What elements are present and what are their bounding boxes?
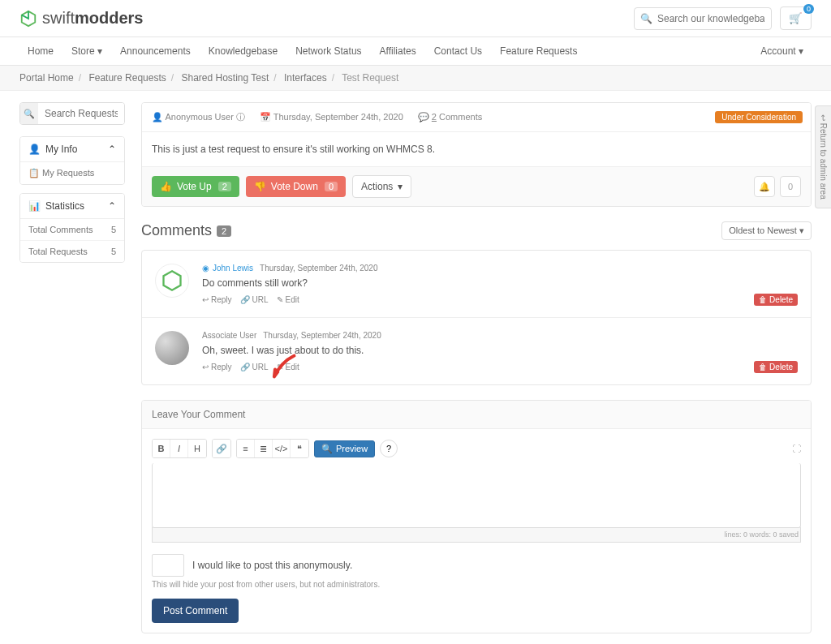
breadcrumb: Portal Home/ Feature Requests/ Shared Ho… — [0, 66, 831, 90]
comment-date: Thursday, September 24th, 2020 — [260, 264, 377, 273]
cart-button[interactable]: 🛒 0 — [780, 6, 812, 30]
return-admin-tab[interactable]: ↩ Return to admin area — [815, 105, 831, 208]
request-comments-meta: 💬 2 Comments — [418, 112, 482, 122]
sort-select[interactable]: Oldest to Newest ▾ — [721, 221, 812, 240]
nav-network-status[interactable]: Network Status — [287, 37, 369, 65]
link-button[interactable]: 🔗 — [213, 440, 230, 457]
nav-store[interactable]: Store ▾ — [63, 37, 110, 65]
breadcrumb-item[interactable]: Shared Hosting Test — [181, 72, 269, 84]
help-button[interactable]: ? — [380, 440, 398, 457]
nav-account[interactable]: Account ▾ — [752, 37, 812, 65]
reply-button[interactable]: ↩ Reply — [202, 295, 232, 304]
heading-button[interactable]: H — [188, 440, 206, 457]
editor-stats: lines: 0 words: 0 saved — [152, 527, 801, 543]
chevron-up-icon: ⌃ — [108, 144, 116, 155]
breadcrumb-item[interactable]: Interfaces — [284, 72, 327, 84]
bold-button[interactable]: B — [153, 440, 170, 457]
search-icon: 🔍 — [20, 103, 38, 124]
anonymous-label: I would like to post this anonymously. — [192, 560, 352, 571]
comment-date: Thursday, September 24th, 2020 — [263, 331, 381, 340]
subscribe-count: 0 — [780, 176, 801, 197]
expand-icon[interactable]: ⛶ — [792, 444, 801, 453]
post-comment-button[interactable]: Post Comment — [152, 599, 239, 623]
sidebar-search[interactable]: 🔍 — [19, 102, 125, 125]
anonymous-help: This will hide your post from other user… — [152, 580, 801, 589]
comments-count-badge: 2 — [217, 225, 231, 237]
user-icon: 👤 — [28, 144, 41, 155]
comment-row: ◉ John LewisThursday, September 24th, 20… — [142, 251, 811, 318]
nav-affiliates[interactable]: Affiliates — [372, 37, 424, 65]
breadcrumb-current: Test Request — [342, 72, 398, 84]
code-button[interactable]: </> — [273, 440, 291, 457]
avatar — [155, 331, 189, 365]
chart-icon: 📊 — [28, 200, 41, 212]
preview-button[interactable]: 🔍 Preview — [314, 440, 375, 457]
list-ol-button[interactable]: ≣ — [255, 440, 273, 457]
comment-text: Do comments still work? — [202, 277, 798, 289]
logo-text-2: modders — [75, 9, 143, 27]
chevron-up-icon: ⌃ — [108, 200, 116, 212]
actions-dropdown[interactable]: Actions ▾ — [352, 175, 411, 198]
sidebar-search-input[interactable] — [38, 103, 124, 124]
italic-button[interactable]: I — [170, 440, 188, 457]
comment-user[interactable]: ◉ John Lewis — [202, 264, 253, 273]
comment-user[interactable]: Associate User — [202, 331, 256, 340]
logo-text-1: swift — [42, 9, 75, 27]
breadcrumb-item[interactable]: Feature Requests — [88, 72, 166, 84]
nav-contact-us[interactable]: Contact Us — [426, 37, 490, 65]
delete-button[interactable]: 🗑 Delete — [754, 294, 798, 306]
url-button[interactable]: 🔗 URL — [240, 363, 269, 371]
reply-button[interactable]: ↩ Reply — [202, 363, 232, 371]
list-ul-button[interactable]: ≡ — [237, 440, 255, 457]
edit-button[interactable]: ✎ Edit — [277, 363, 299, 371]
panel-stats-header[interactable]: 📊Statistics ⌃ — [20, 194, 124, 219]
sidebar-item-total-comments[interactable]: Total Comments5 — [20, 219, 124, 240]
quote-button[interactable]: ❝ — [291, 440, 308, 457]
logo[interactable]: swiftmodders — [19, 9, 143, 28]
request-author: 👤 Anonymous User ⓘ — [152, 111, 245, 123]
sidebar-item-my-requests[interactable]: 📋 My Requests — [20, 162, 124, 184]
request-body: This is just a test request to ensure it… — [142, 132, 811, 166]
avatar — [155, 264, 189, 298]
url-button[interactable]: 🔗 URL — [240, 295, 269, 304]
comment-row: Associate UserThursday, September 24th, … — [142, 318, 811, 384]
status-badge: Under Consideration — [715, 111, 803, 123]
comment-text: Oh, sweet. I was just about to do this. — [202, 345, 798, 356]
panel-myinfo-header[interactable]: 👤My Info ⌃ — [20, 137, 124, 162]
global-search[interactable]: 🔍 — [634, 7, 772, 30]
subscribe-button[interactable]: 🔔 — [754, 176, 775, 197]
edit-button[interactable]: ✎ Edit — [277, 295, 299, 304]
sidebar-item-total-requests[interactable]: Total Requests5 — [20, 240, 124, 262]
vote-down-button[interactable]: 👎 Vote Down 0 — [246, 176, 346, 197]
breadcrumb-item[interactable]: Portal Home — [19, 72, 74, 84]
cart-icon: 🛒 — [789, 12, 803, 24]
nav-feature-requests[interactable]: Feature Requests — [492, 37, 585, 65]
nav-knowledgebase[interactable]: Knowledgebase — [200, 37, 286, 65]
anonymous-toggle[interactable] — [152, 554, 184, 577]
delete-button[interactable]: 🗑 Delete — [754, 361, 798, 373]
search-icon: 🔍 — [640, 13, 652, 24]
comments-title: Comments — [141, 222, 212, 239]
leave-comment-header: Leave Your Comment — [142, 401, 811, 429]
request-date: 📅 Thursday, September 24th, 2020 — [260, 112, 403, 122]
vote-up-button[interactable]: 👍 Vote Up 2 — [152, 176, 239, 197]
search-input[interactable] — [634, 7, 772, 30]
nav-announcements[interactable]: Announcements — [112, 37, 199, 65]
cart-badge: 0 — [803, 4, 814, 14]
nav-home[interactable]: Home — [19, 37, 62, 65]
comment-textarea[interactable] — [152, 463, 801, 528]
